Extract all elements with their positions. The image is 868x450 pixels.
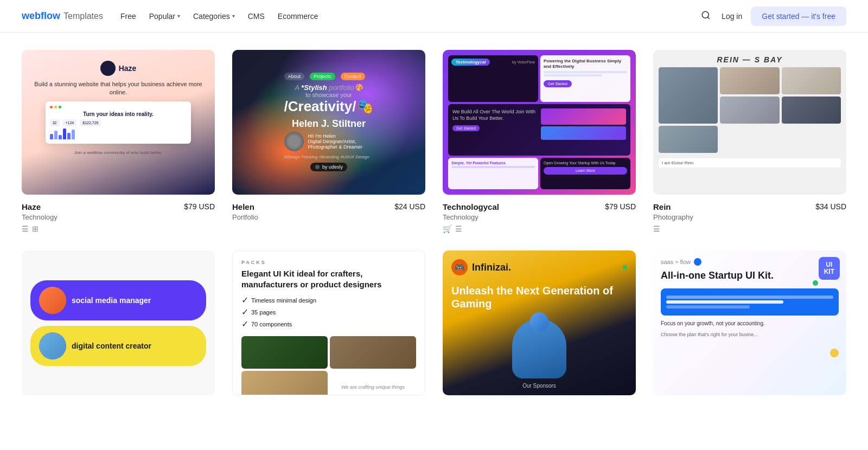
- card-social[interactable]: social media manager digital content cre…: [22, 250, 215, 403]
- packs-title: Elegant UI Kit ideal for crafters, manuf…: [241, 268, 416, 290]
- helen-showcase: to showcase your: [284, 92, 374, 98]
- rein-photo-img-6: [659, 126, 718, 153]
- nav-link-free[interactable]: Free: [120, 12, 136, 21]
- haze-community: Join a webflow community of who build be…: [74, 150, 163, 155]
- nav-link-cms[interactable]: CMS: [248, 12, 265, 21]
- rein-photos: [659, 67, 841, 153]
- tech-cta: Get Started: [544, 80, 572, 87]
- login-button[interactable]: Log in: [722, 12, 742, 21]
- saas-thumbnail: saas ≈ flow All-in-one Startup UI Kit. U…: [653, 250, 846, 395]
- rein-name: Rein: [653, 202, 671, 211]
- saas-tag-row: saas ≈ flow: [661, 258, 839, 266]
- get-started-button[interactable]: Get started — it's free: [751, 7, 846, 26]
- helen-nav-contact: Contact: [341, 73, 365, 80]
- tech-logo-row: Technologycal by VictorFlow: [451, 59, 535, 66]
- nav-link-categories[interactable]: Categories ▾: [193, 12, 235, 21]
- packs-bottom: We are crafting unique things: [241, 336, 416, 395]
- list-icon: ☰: [653, 224, 660, 233]
- saas-mockup-line-3: [666, 305, 750, 308]
- haze-meta: Haze $79 USD: [22, 202, 215, 211]
- bar-5: [67, 133, 71, 139]
- infinizai-logo-text: Infinizai.: [472, 262, 511, 273]
- haze-amount: $122,726: [80, 119, 101, 126]
- rein-category: Photography: [653, 213, 846, 221]
- tech-panel-hero: Powering the Digital Business Simply and…: [540, 55, 630, 102]
- helen-tags: #Design Thinking #Branding #UI/UX Design: [284, 155, 374, 159]
- haze-name: Haze: [22, 202, 41, 211]
- tech-meta: Technologycal $79 USD: [443, 202, 636, 211]
- check-icon-3: ✓: [241, 319, 248, 329]
- logo-templates: Templates: [63, 11, 103, 21]
- card-packs[interactable]: PACKS Elegant UI Kit ideal for crafters,…: [232, 250, 425, 403]
- rein-photo-6: [659, 126, 718, 153]
- saas-mockup-line-1: [666, 295, 833, 299]
- tech-dark-text: Open Growing Your Startup With Us Today: [544, 161, 627, 165]
- rein-photo-2: [720, 67, 779, 94]
- search-button[interactable]: [699, 8, 713, 24]
- haze-logo: Haze: [100, 61, 137, 76]
- cart-icon: 🛒: [443, 224, 452, 233]
- rein-photo-3: [782, 67, 841, 94]
- nav-link-popular[interactable]: Popular ▾: [149, 12, 180, 21]
- card-rein[interactable]: REIN — S BAY: [653, 50, 846, 233]
- social-title-2: digital content creator: [72, 342, 151, 350]
- templates-grid: Haze Build a stunning website that helps…: [0, 33, 868, 420]
- nav-left: webflow Templates Free Popular ▾ Categor…: [22, 10, 318, 22]
- tech-line-1: [544, 71, 627, 73]
- search-icon: [701, 10, 711, 20]
- table-icon: ⊞: [32, 224, 39, 233]
- haze-mockup-header: [50, 106, 187, 108]
- tech-logo-pill: Technologycal: [451, 59, 490, 66]
- card-technologycal[interactable]: Technologycal by VictorFlow Powering the…: [443, 50, 636, 233]
- rein-badges: ☰: [653, 224, 846, 233]
- tech-feature-line: [451, 166, 535, 168]
- infinizai-logo-icon: 🎮: [451, 259, 468, 275]
- bar-1: [50, 134, 53, 139]
- tech-badges: 🛒 ☰: [443, 224, 636, 233]
- infinizai-thumbnail: 🎮 Infinizai. Unleash the Next Generation…: [443, 250, 636, 395]
- card-helen[interactable]: About Projects Contact A *Stylish portfo…: [232, 50, 425, 233]
- chevron-down-icon: ▾: [177, 13, 180, 19]
- helen-meta: Helen $24 USD: [232, 202, 425, 211]
- helen-tag-2: #Branding: [319, 155, 339, 159]
- dot-yellow: [54, 106, 57, 108]
- tech-main-cta: Get Started: [452, 125, 480, 131]
- saas-mockup-line-2: [666, 300, 783, 304]
- tech-price: $79 USD: [605, 202, 636, 211]
- rein-thumbnail: REIN — S BAY: [653, 50, 846, 195]
- svg-point-1: [315, 165, 320, 169]
- haze-stats: 32 +124 $122,726: [50, 119, 187, 126]
- helen-content: About Projects Contact A *Stylish portfo…: [284, 73, 374, 172]
- helen-bio: Hi! I'm Helen Digital Designer/Artist, P…: [308, 133, 363, 150]
- social-avatar-2: [39, 332, 66, 359]
- helen-thumbnail: About Projects Contact A *Stylish portfo…: [232, 50, 425, 195]
- haze-bar-chart: [50, 128, 187, 139]
- card-infinizai[interactable]: 🎮 Infinizai. Unleash the Next Generation…: [443, 250, 636, 403]
- logo[interactable]: webflow Templates: [22, 10, 103, 22]
- nav-right: Log in Get started — it's free: [699, 7, 846, 26]
- tech-panel-feature: Simple. Yet Powerful Features: [448, 158, 538, 189]
- haze-mockup: Turn your ideas into reality. 32 +124 $1…: [46, 101, 192, 144]
- svg-point-0: [702, 11, 709, 18]
- tech-category: Technology: [443, 213, 636, 221]
- helen-nav-projects: Projects: [310, 73, 335, 80]
- haze-hero-text: Turn your ideas into reality.: [50, 111, 187, 117]
- dot-red: [50, 106, 53, 108]
- helen-price: $24 USD: [394, 202, 425, 211]
- nav-link-ecommerce[interactable]: Ecommerce: [278, 12, 318, 21]
- haze-stat-1: 32: [50, 119, 60, 126]
- haze-tagline: Build a stunning website that helps your…: [33, 80, 204, 97]
- infinizai-headline: Unleash the Next Generation of Gaming: [451, 284, 627, 310]
- tech-thumbnail: Technologycal by VictorFlow Powering the…: [443, 50, 636, 195]
- packs-img-3: [241, 371, 328, 395]
- card-saas[interactable]: saas ≈ flow All-in-one Startup UI Kit. U…: [653, 250, 846, 403]
- saas-mockup: [661, 288, 839, 316]
- packs-feature-3: ✓ 70 components: [241, 319, 416, 329]
- haze-logo-text: Haze: [119, 64, 137, 73]
- helen-category: Portfolio: [232, 213, 425, 221]
- saas-cta: Choose the plan that's right for your bu…: [661, 332, 839, 337]
- packs-feature-1: ✓ Timeless minimal design: [241, 295, 416, 305]
- social-pill-purple: social media manager: [30, 280, 206, 320]
- card-haze[interactable]: Haze Build a stunning website that helps…: [22, 50, 215, 233]
- social-avatar-1: [39, 287, 66, 314]
